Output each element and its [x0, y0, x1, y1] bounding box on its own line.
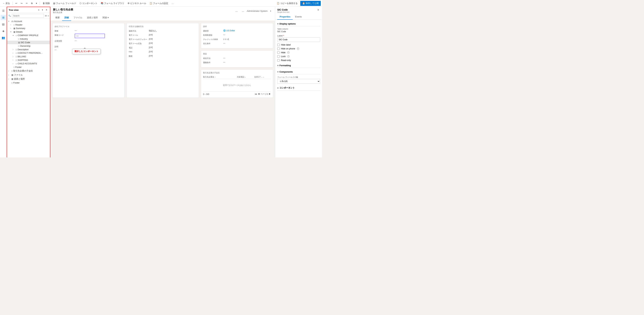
rp-title-group: SIC Code Single-line text	[277, 9, 289, 14]
people-icon-btn[interactable]: 👥	[1, 35, 6, 40]
hide-on-phone-text: Hide on phone	[281, 47, 295, 50]
chevron-right-icon[interactable]: ›	[8, 70, 11, 72]
tree-item-footer2[interactable]: › □ Footer	[7, 81, 50, 85]
business-rule-button[interactable]: ⚙ ビジネス ルール	[126, 1, 148, 6]
chevron-right-icon[interactable]: ›	[8, 78, 11, 80]
chevron-right-icon[interactable]: ›	[13, 59, 15, 61]
chevron-down-icon[interactable]: ▾	[13, 35, 15, 36]
lock-info-icon[interactable]: ⓘ	[287, 55, 290, 58]
header-more-btn2[interactable]: …	[240, 9, 246, 13]
tree-item-subsidiary[interactable]: › □ 取引先企業の子会社	[7, 69, 50, 73]
tree-close-button[interactable]: ✕	[45, 9, 48, 12]
center-wrapper: 新しい取引先企業 取引先企業 … … Administrator System …	[50, 7, 275, 157]
field-width-select[interactable]: １件の列	[277, 79, 320, 84]
header-more-btn[interactable]: …	[234, 9, 239, 13]
tree-item-description[interactable]: › □ Description	[7, 48, 50, 51]
tree-item-billing[interactable]: › □ BILLING	[7, 55, 50, 58]
redo-button[interactable]: ↪	[19, 1, 24, 5]
tree-view-header: Tree view ≡ ▾ ✕	[7, 7, 50, 13]
tree-item-ownership[interactable]: › □ Ownership	[7, 44, 50, 48]
hide-info-icon[interactable]: ⓘ	[287, 51, 290, 54]
rp-close-button[interactable]: ✕	[316, 9, 320, 12]
tree-item-industry[interactable]: › □ Industry	[7, 37, 50, 41]
copy-save-button[interactable]: 📋 コピーを保存する	[276, 1, 299, 6]
table-column-label: Table column	[277, 28, 320, 30]
tab-assets[interactable]: 資産と場所	[84, 15, 100, 21]
tree-item-shipping[interactable]: › □ SHIPPING	[7, 58, 50, 62]
chevron-down-icon[interactable]: ▾	[48, 15, 49, 17]
child-col3[interactable]: 住所1丁… ↓	[254, 76, 271, 78]
tab-overview[interactable]: 概要	[53, 15, 62, 21]
child-col1[interactable]: 取引先企業名 ↑	[203, 76, 236, 78]
copy-button[interactable]: ⧉	[30, 1, 34, 5]
grid-icon-btn[interactable]: ⊞	[1, 15, 6, 20]
chevron-down-icon[interactable]: ▾	[10, 31, 13, 33]
tree-item-header[interactable]: › □ Header	[7, 23, 50, 27]
read-only-checkbox[interactable]	[277, 59, 280, 62]
hide-label-checkbox[interactable]	[277, 44, 280, 46]
chevron-right-icon[interactable]: ›	[13, 56, 15, 58]
chevron-right-icon[interactable]: ›	[10, 27, 13, 29]
tree-item-summary[interactable]: › ▦ Summary	[7, 27, 50, 30]
table-icon: 🗃	[12, 20, 14, 23]
display-options-section-header[interactable]: ∨ Display options	[277, 22, 320, 26]
tree-menu-button[interactable]: ▾	[41, 9, 44, 12]
undo-button[interactable]: ↩	[14, 1, 19, 5]
tab-related[interactable]: 関連 ▾	[100, 15, 111, 21]
phone-value: 許可	[149, 46, 153, 49]
user-dropdown[interactable]: ▾	[269, 10, 272, 13]
tree-item-sic-code[interactable]: › ▤ SIC Code	[7, 41, 50, 44]
corp-type-label: 企業形態	[54, 40, 75, 42]
child-col2[interactable]: 代表電話 ↓	[237, 76, 254, 78]
chevron-right-icon[interactable]: ›	[13, 52, 15, 54]
components-section-header[interactable]: ∨ Components	[277, 70, 320, 74]
filter-icon[interactable]: ⚙	[45, 15, 47, 17]
rp-header: SIC Code Single-line text ✕ Properties E…	[275, 7, 322, 20]
tree-item-child-accounts[interactable]: › □ CHILD ACCOUNTS	[7, 62, 50, 65]
chevron-right-icon[interactable]: ›	[8, 74, 11, 76]
tree-item-footer1[interactable]: › □ Footer	[7, 65, 50, 69]
form-library-button[interactable]: 📚 フォーム ライブラリ	[99, 1, 126, 6]
tree-item-account[interactable]: ▾ 🗃 Account	[7, 20, 50, 23]
chevron-down-icon: ▾	[36, 2, 37, 5]
email-label: 電子メール	[129, 34, 149, 37]
tab-files[interactable]: ファイル	[71, 15, 84, 21]
hide-on-phone-checkbox[interactable]	[277, 48, 280, 50]
tree-item-details[interactable]: ▾ ▦ Details	[7, 30, 50, 34]
hide-checkbox[interactable]	[277, 51, 280, 54]
component-button[interactable]: ⬡ コンポーネント	[78, 1, 99, 6]
hide-on-phone-info-icon[interactable]: ⓘ	[297, 48, 299, 50]
tree-item-company-profile[interactable]: ▾ □ COMPANY PROFILE	[7, 34, 50, 37]
field-icon-btn[interactable]: ▤	[1, 22, 6, 27]
delete-button[interactable]: 🗑 削除	[41, 1, 51, 6]
field-width-label: フォーム フィールドの幅	[277, 76, 320, 79]
paste-dropdown-button[interactable]: ▾	[34, 1, 38, 5]
filter-button[interactable]: ≡	[37, 9, 40, 12]
formatting-section-header[interactable]: ∨ Formatting	[277, 63, 320, 68]
sic-value[interactable]: ---	[75, 34, 105, 38]
component-sub-section[interactable]: ∨ コンポーネント	[277, 85, 320, 91]
form-field-button[interactable]: ▤ フォーム フィールド	[52, 1, 78, 6]
tree-item-assets[interactable]: › ▦ 資産と場所	[7, 77, 50, 81]
cut-button[interactable]: ✂	[24, 1, 29, 5]
chevron-down-icon[interactable]: ▾	[8, 20, 11, 22]
tree-item-files[interactable]: › ▦ ファイル	[7, 73, 50, 77]
component-icon-btn[interactable]: ◈	[1, 28, 6, 34]
form-settings-button[interactable]: 📋 フォームの設定	[148, 1, 170, 6]
label-input[interactable]	[277, 38, 320, 42]
hamburger-icon-btn[interactable]: ☰	[1, 8, 6, 14]
back-button[interactable]: ← 戻る	[1, 1, 11, 6]
save-publish-button[interactable]: 💾 保存して公開	[300, 1, 321, 6]
tree-item-contact-pref[interactable]: › □ CONTACT PREFEREN…	[7, 51, 50, 55]
lock-checkbox[interactable]	[277, 55, 280, 58]
search-input[interactable]	[12, 14, 44, 18]
rp-tab-events[interactable]: Events	[293, 14, 304, 20]
chevron-right-icon[interactable]: ›	[13, 63, 15, 65]
chevron-right-icon[interactable]: ›	[10, 24, 13, 26]
more-button[interactable]: …	[170, 1, 175, 5]
tab-details[interactable]: 詳細	[62, 15, 71, 21]
tree-search-container: 🔍 ⚙ ▾	[7, 13, 50, 19]
credit-limit-value: ---	[223, 34, 225, 36]
chevron-right-icon[interactable]: ›	[13, 49, 15, 50]
rp-tab-properties[interactable]: Properties	[277, 14, 293, 20]
